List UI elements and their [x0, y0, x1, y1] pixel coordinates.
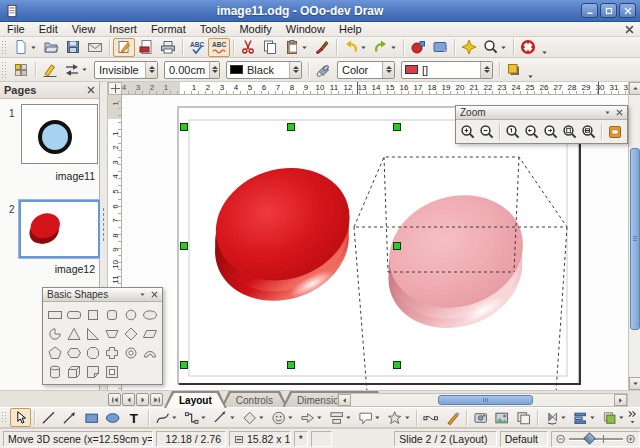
object-zoom-button[interactable]	[605, 122, 624, 141]
toolbar-overflow-icon[interactable]	[541, 49, 548, 56]
menu-view[interactable]: View	[65, 22, 103, 36]
text-tool-button[interactable]: T	[123, 408, 144, 427]
ruler-origin-button[interactable]	[108, 82, 122, 95]
arrange-tool-button[interactable]	[599, 408, 628, 427]
fill-color-select[interactable]: []	[401, 61, 493, 79]
shape-rectangle-button[interactable]	[45, 305, 64, 324]
shape-diamond-button[interactable]	[121, 324, 140, 343]
shape-right-triangle-button[interactable]	[83, 324, 102, 343]
close-document-icon[interactable]	[625, 25, 634, 34]
last-layer-icon[interactable]	[150, 393, 163, 406]
autospellcheck-button[interactable]: ABC	[208, 38, 230, 57]
scroll-right-icon[interactable]	[614, 394, 627, 406]
symbol-shapes-tool-button[interactable]	[268, 408, 297, 427]
line-tool-button[interactable]	[38, 408, 59, 427]
basic-shapes-palette[interactable]: Basic Shapes	[42, 287, 163, 385]
styles-formatting-button[interactable]	[10, 60, 32, 79]
zoom-button[interactable]	[480, 38, 510, 57]
shape-ellipse-button[interactable]	[140, 305, 159, 324]
area-style-select[interactable]: Color	[337, 61, 395, 79]
menu-tools[interactable]: Tools	[193, 22, 233, 36]
shape-rounded-square-button[interactable]	[102, 305, 121, 324]
tab-layout[interactable]: Layout	[164, 391, 227, 408]
shape-block-arc-button[interactable]	[140, 343, 159, 362]
paste-button[interactable]	[281, 38, 311, 57]
shape-circle-button[interactable]	[121, 305, 140, 324]
selection-handle[interactable]	[288, 124, 295, 131]
status-page-style[interactable]: Default	[500, 431, 548, 447]
close-button[interactable]	[619, 3, 636, 18]
tab-controls[interactable]: Controls	[221, 391, 288, 408]
line-button[interactable]	[39, 60, 61, 79]
zoom-100-button[interactable]	[503, 122, 522, 141]
maximize-button[interactable]	[600, 3, 617, 18]
horizontal-scroll-thumb[interactable]	[438, 395, 533, 405]
menu-format[interactable]: Format	[144, 22, 193, 36]
insert-picture-button[interactable]	[491, 408, 512, 427]
selection-handle[interactable]	[181, 243, 188, 250]
zoom-slider-track[interactable]	[569, 434, 623, 444]
cut-button[interactable]	[237, 38, 259, 57]
basic-shapes-tool-button[interactable]	[239, 408, 268, 427]
chart-button[interactable]	[407, 38, 429, 57]
shape-cross-button[interactable]	[102, 343, 121, 362]
edit-file-button[interactable]	[113, 38, 135, 57]
line-color-select[interactable]: Black	[226, 61, 302, 79]
horizontal-scrollbar[interactable]	[337, 393, 628, 407]
curve-tool-button[interactable]	[152, 408, 181, 427]
selection-handle[interactable]	[181, 362, 188, 369]
select-tool-button[interactable]	[10, 408, 31, 427]
zoom-page-width-button[interactable]	[579, 122, 598, 141]
scroll-up-icon[interactable]	[629, 82, 640, 95]
block-arrows-tool-button[interactable]	[297, 408, 326, 427]
zoom-previous-button[interactable]	[522, 122, 541, 141]
copy-button[interactable]	[259, 38, 281, 57]
pages-panel-close-icon[interactable]	[87, 86, 95, 94]
navigator-button[interactable]	[458, 38, 480, 57]
selection-handle[interactable]	[394, 362, 401, 369]
minimize-button[interactable]	[581, 3, 598, 18]
shape-cube-button[interactable]	[64, 362, 83, 381]
format-paintbrush-button[interactable]	[311, 38, 333, 57]
zoom-out-button[interactable]	[477, 122, 496, 141]
arrow-tool-button[interactable]	[59, 408, 80, 427]
toolbar-grip[interactable]	[1, 61, 8, 77]
toolbar-more-icon[interactable]	[628, 410, 637, 425]
menu-help[interactable]: Help	[332, 22, 369, 36]
palette-menu-icon[interactable]	[604, 109, 611, 116]
toolbar-grip[interactable]	[1, 40, 8, 54]
open-button[interactable]	[40, 38, 62, 57]
palette-close-icon[interactable]	[616, 109, 623, 116]
flowchart-tool-button[interactable]	[326, 408, 355, 427]
zoom-slider-thumb[interactable]	[583, 432, 596, 445]
scroll-left-icon[interactable]	[338, 394, 351, 406]
undo-button[interactable]	[340, 38, 370, 57]
menu-insert[interactable]: Insert	[102, 22, 144, 36]
effects-tool-button[interactable]	[541, 408, 570, 427]
zoom-minus-icon[interactable]	[556, 434, 565, 444]
shape-ring-button[interactable]	[121, 343, 140, 362]
stepper-icon[interactable]	[382, 62, 394, 78]
zoom-plus-icon[interactable]	[626, 434, 635, 444]
selection-handle[interactable]	[181, 124, 188, 131]
stepper-icon[interactable]	[480, 62, 492, 78]
first-layer-icon[interactable]	[108, 393, 121, 406]
previous-layer-icon[interactable]	[122, 393, 135, 406]
lines-arrows-tool-button[interactable]	[210, 408, 239, 427]
next-layer-icon[interactable]	[136, 393, 149, 406]
selection-handle[interactable]	[394, 124, 401, 131]
glue-points-button[interactable]	[442, 408, 463, 427]
shape-pentagon-button[interactable]	[45, 343, 64, 362]
stepper-icon[interactable]	[289, 62, 301, 78]
edit-points-button[interactable]	[420, 408, 441, 427]
horizontal-ruler[interactable]: 4321123456789101112131415161718192021222…	[122, 82, 628, 95]
shape-circle-pie-button[interactable]	[45, 324, 64, 343]
area-button[interactable]	[312, 60, 334, 79]
vertical-scrollbar[interactable]	[628, 82, 640, 390]
save-button[interactable]	[62, 38, 84, 57]
stars-tool-button[interactable]	[384, 408, 413, 427]
zoom-palette[interactable]: Zoom	[455, 105, 628, 144]
stepper-icon[interactable]	[145, 62, 157, 78]
shape-hexagon-button[interactable]	[64, 343, 83, 362]
gallery-button[interactable]	[429, 38, 451, 57]
